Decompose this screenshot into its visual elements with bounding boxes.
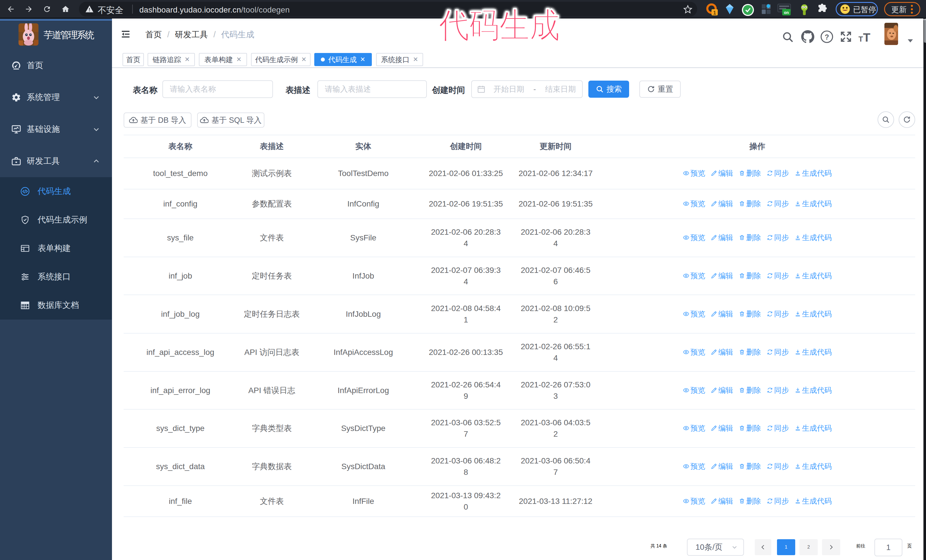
svg-text:1: 1 [713, 10, 716, 16]
svg-text:?: ? [825, 33, 829, 41]
svg-text:on: on [784, 10, 789, 15]
